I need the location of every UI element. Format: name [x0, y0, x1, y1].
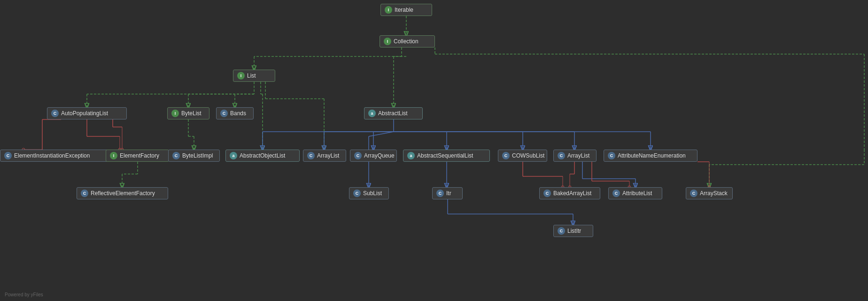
node-itr[interactable]: C Itr	[432, 187, 463, 199]
badge-abstractlist: a	[368, 110, 376, 117]
badge-collection: I	[384, 38, 391, 45]
label-aol: AbstractObjectList	[240, 152, 285, 159]
label-bal: BakedArrayList	[553, 190, 591, 197]
node-arraylist1[interactable]: C ArrayList	[303, 150, 346, 162]
badge-ane: C	[608, 152, 615, 159]
node-list-itr[interactable]: C ListItr	[553, 225, 593, 237]
label-asl: AbstractSequentialList	[417, 152, 473, 159]
badge-iterable: I	[385, 6, 392, 14]
label-bytelist: ByteList	[181, 110, 202, 117]
badge-bands: C	[220, 110, 228, 117]
label-csl: COWSubList	[512, 152, 544, 159]
node-bytelist[interactable]: I ByteList	[167, 107, 209, 119]
node-sublist[interactable]: C SubList	[349, 187, 389, 199]
badge-asl: a	[407, 152, 415, 159]
label-as: ArrayStack	[700, 190, 728, 197]
label-al1: ArrayList	[317, 152, 339, 159]
badge-aol: a	[230, 152, 237, 159]
label-ref: ReflectiveElementFactory	[91, 190, 155, 197]
label-al2: ArrayList	[567, 152, 589, 159]
node-baked-arraylist[interactable]: C BakedArrayList	[539, 187, 600, 199]
node-reflective-element-factory[interactable]: C ReflectiveElementFactory	[77, 187, 168, 199]
badge-al1: C	[307, 152, 315, 159]
label-abstractlist: AbstractList	[378, 110, 408, 117]
node-cow-sublist[interactable]: C COWSubList	[498, 150, 547, 162]
node-abstract-sequential-list[interactable]: a AbstractSequentialList	[403, 150, 490, 162]
badge-list: I	[237, 72, 245, 79]
label-sl: SubList	[363, 190, 382, 197]
diagram-container: I Iterable I Collection I List C AutoPop…	[0, 0, 868, 301]
badge-al2: C	[558, 152, 565, 159]
badge-sl: C	[353, 190, 361, 197]
badge-litr: C	[558, 227, 565, 235]
node-attribute-list[interactable]: C AttributeList	[608, 187, 662, 199]
label-itr: Itr	[446, 190, 451, 197]
label-aq: ArrayQueue	[364, 152, 395, 159]
node-auto-populating-list[interactable]: C AutoPopulatingList	[47, 107, 127, 119]
badge-bli: C	[172, 152, 180, 159]
label-bands: Bands	[230, 110, 246, 117]
node-bytelist-impl[interactable]: C ByteListImpl	[168, 150, 220, 162]
label-litr: ListItr	[567, 228, 581, 234]
badge-auto-populating: C	[51, 110, 59, 117]
node-element-instantiation-exception[interactable]: C ElementInstantiationException	[0, 150, 108, 162]
node-array-stack[interactable]: C ArrayStack	[686, 187, 733, 199]
badge-itr: C	[436, 190, 444, 197]
badge-ref: C	[81, 190, 88, 197]
node-arrayqueue[interactable]: C ArrayQueue	[350, 150, 397, 162]
node-abstractlist[interactable]: a AbstractList	[364, 107, 423, 119]
label-list: List	[247, 72, 256, 79]
label-iterable: Iterable	[395, 7, 413, 13]
node-iterable[interactable]: I Iterable	[380, 4, 432, 16]
label-bli: ByteListImpl	[182, 152, 213, 159]
label-eie: ElementInstantiationException	[14, 152, 90, 159]
label-auto-populating: AutoPopulatingList	[61, 110, 108, 117]
node-arraylist2[interactable]: C ArrayList	[553, 150, 597, 162]
svg-line-35	[369, 132, 394, 136]
node-abstract-object-list[interactable]: a AbstractObjectList	[225, 150, 300, 162]
badge-eie: C	[4, 152, 12, 159]
badge-atl: C	[612, 190, 620, 197]
badge-as: C	[690, 190, 698, 197]
badge-bal: C	[543, 190, 551, 197]
badge-aq: C	[354, 152, 362, 159]
node-attribute-name-enum[interactable]: C AttributeNameEnumeration	[604, 150, 698, 162]
node-collection[interactable]: I Collection	[380, 35, 435, 48]
node-list[interactable]: I List	[233, 70, 275, 82]
label-ane: AttributeNameEnumeration	[618, 152, 686, 159]
label-ef: ElementFactory	[120, 152, 159, 159]
badge-ef: I	[110, 152, 117, 159]
node-element-factory[interactable]: I ElementFactory	[106, 150, 169, 162]
badge-csl: C	[502, 152, 510, 159]
label-collection: Collection	[394, 38, 418, 45]
node-bands[interactable]: C Bands	[216, 107, 254, 119]
footer-text: Powered by yFiles	[5, 292, 43, 297]
badge-bytelist: I	[171, 110, 179, 117]
label-atl: AttributeList	[622, 190, 652, 197]
